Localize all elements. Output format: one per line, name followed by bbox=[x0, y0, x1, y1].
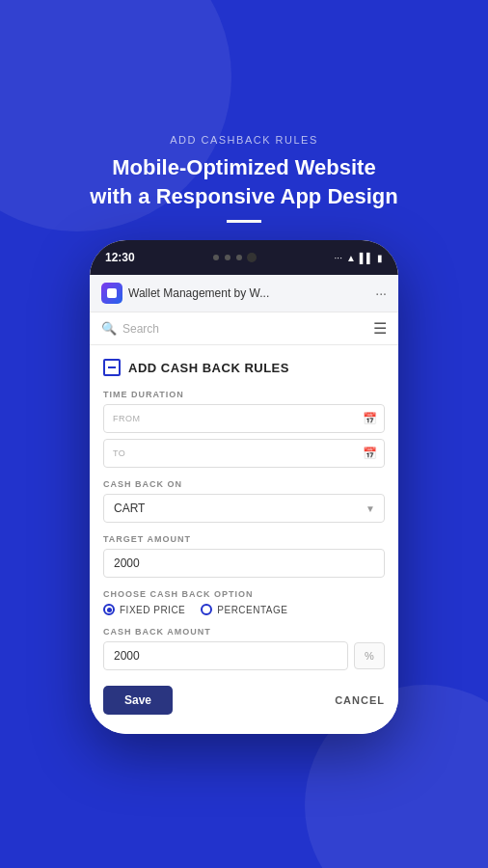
section-icon bbox=[103, 359, 121, 376]
page-title: Mobile-Optimized Website with a Responsi… bbox=[90, 153, 398, 210]
wifi-icon: ▲ bbox=[346, 253, 356, 263]
hamburger-icon[interactable]: ☰ bbox=[373, 319, 387, 338]
target-amount-section: TARGET AMOUNT bbox=[103, 534, 385, 578]
from-field-wrapper: FROM 📅 bbox=[103, 404, 385, 433]
notch-dot-1 bbox=[213, 255, 219, 260]
save-button[interactable]: Save bbox=[103, 686, 173, 715]
notch-area bbox=[212, 253, 257, 262]
to-input[interactable] bbox=[103, 439, 385, 468]
front-camera bbox=[247, 253, 257, 262]
from-input[interactable] bbox=[103, 404, 385, 433]
from-calendar-icon[interactable]: 📅 bbox=[363, 412, 377, 425]
status-icons: ··· ▲ ▌▌ ▮ bbox=[335, 253, 383, 263]
section-header: ADD CASH BACK RULES bbox=[103, 359, 385, 376]
cash-back-on-label: CASH BACK ON bbox=[103, 479, 385, 489]
radio-group: FIXED PRICE PERCENTAGE bbox=[103, 604, 385, 615]
header-divider bbox=[227, 220, 261, 223]
section-icon-bar bbox=[108, 366, 116, 368]
button-row: Save CANCEL bbox=[103, 686, 385, 715]
choose-option-label: CHOOSE CASH BACK OPTION bbox=[103, 589, 385, 599]
cash-back-amount-input[interactable] bbox=[103, 641, 348, 670]
page-subtitle: ADD CASHBACK RULES bbox=[90, 134, 398, 146]
cash-back-on-wrapper: CART PRODUCT CATEGORY ▼ bbox=[103, 494, 385, 523]
page-header: ADD CASHBACK RULES Mobile-Optimized Webs… bbox=[90, 134, 398, 223]
cash-back-on-section: CASH BACK ON CART PRODUCT CATEGORY ▼ bbox=[103, 479, 385, 523]
radio-fixed-circle bbox=[103, 604, 115, 615]
app-title: Wallet Management by W... bbox=[128, 286, 269, 300]
to-calendar-icon[interactable]: 📅 bbox=[363, 447, 377, 460]
search-left: 🔍 Search bbox=[101, 321, 159, 336]
status-bar: 12:30 ··· ▲ ▌▌ ▮ bbox=[90, 240, 398, 275]
search-icon: 🔍 bbox=[101, 321, 117, 336]
search-bar: 🔍 Search ☰ bbox=[90, 312, 398, 345]
main-content: ADD CASH BACK RULES TIME DURATION FROM 📅… bbox=[90, 345, 398, 734]
cash-back-amount-section: CASH BACK AMOUNT % bbox=[103, 627, 385, 670]
cash-back-option-section: CHOOSE CASH BACK OPTION FIXED PRICE PERC… bbox=[103, 589, 385, 615]
to-field-wrapper: TO 📅 bbox=[103, 439, 385, 468]
notch-dot-2 bbox=[225, 255, 230, 260]
status-time: 12:30 bbox=[105, 251, 135, 264]
percent-symbol: % bbox=[354, 642, 385, 669]
app-icon bbox=[101, 283, 122, 304]
target-amount-input[interactable] bbox=[103, 549, 385, 578]
app-icon-inner bbox=[107, 288, 117, 298]
time-duration-section: TIME DURATION FROM 📅 TO 📅 bbox=[103, 390, 385, 468]
phone-frame: 12:30 ··· ▲ ▌▌ ▮ Wallet Management by W.… bbox=[90, 240, 398, 734]
cancel-button[interactable]: CANCEL bbox=[335, 694, 385, 706]
section-title: ADD CASH BACK RULES bbox=[128, 361, 289, 375]
radio-fixed-price[interactable]: FIXED PRICE bbox=[103, 604, 185, 615]
time-duration-label: TIME DURATION bbox=[103, 390, 385, 399]
app-bar-menu-button[interactable]: ··· bbox=[375, 285, 387, 301]
signal-icon: ▌▌ bbox=[360, 253, 373, 263]
radio-percentage-circle bbox=[201, 604, 212, 615]
target-amount-label: TARGET AMOUNT bbox=[103, 534, 385, 544]
radio-percentage-label: PERCENTAGE bbox=[217, 605, 287, 615]
amount-row: % bbox=[103, 641, 385, 670]
menu-dots: ··· bbox=[335, 253, 342, 263]
cash-back-amount-label: CASH BACK AMOUNT bbox=[103, 627, 385, 637]
notch-dot-3 bbox=[236, 255, 242, 260]
search-placeholder-text: Search bbox=[122, 322, 159, 336]
radio-percentage[interactable]: PERCENTAGE bbox=[201, 604, 287, 615]
app-bar: Wallet Management by W... ··· bbox=[90, 275, 398, 312]
battery-icon: ▮ bbox=[377, 253, 383, 263]
radio-fixed-label: FIXED PRICE bbox=[120, 605, 185, 615]
app-bar-left: Wallet Management by W... bbox=[101, 283, 269, 304]
cash-back-on-select[interactable]: CART PRODUCT CATEGORY bbox=[103, 494, 385, 523]
